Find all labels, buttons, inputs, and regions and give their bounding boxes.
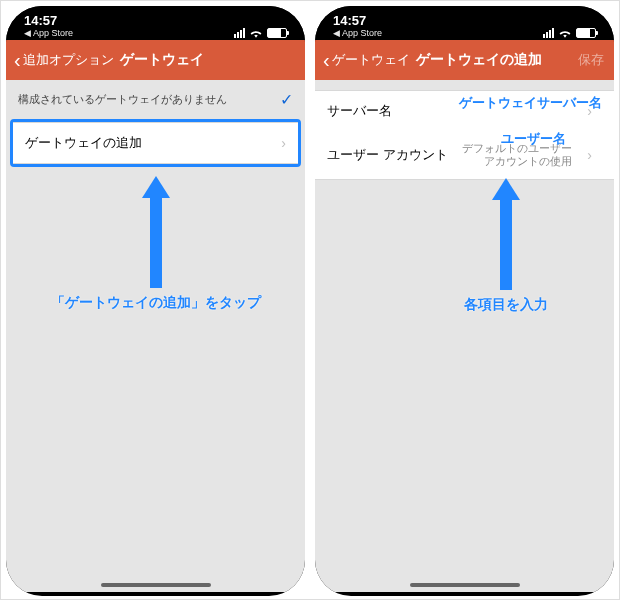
arrow-head-icon	[492, 178, 520, 200]
callout-text: 各項目を入力	[464, 296, 548, 314]
arrow-head-icon	[142, 176, 170, 198]
status-time: 14:57	[333, 13, 382, 28]
check-icon: ✓	[280, 90, 293, 109]
chevron-left-icon: ‹	[323, 49, 330, 72]
nav-save-button[interactable]: 保存	[578, 51, 604, 69]
callout-text: 「ゲートウェイの追加」をタップ	[51, 294, 261, 312]
chevron-right-icon: ›	[587, 147, 592, 163]
user-account-value-l2: アカウントの使用	[484, 155, 572, 168]
battery-icon	[267, 28, 287, 38]
nav-bar: ‹ 追加オプション ゲートウェイ	[6, 40, 305, 80]
notch	[86, 6, 226, 28]
status-time: 14:57	[24, 13, 73, 28]
arrow-stem	[150, 198, 162, 288]
phone-right: 14:57 ◀ App Store ‹ ゲートウェイ ゲートウェイの追加 保存 …	[315, 6, 614, 596]
add-gateway-row[interactable]: ゲートウェイの追加 ›	[13, 122, 298, 164]
user-account-label: ユーザー アカウント	[327, 146, 448, 164]
add-gateway-label: ゲートウェイの追加	[25, 134, 142, 152]
chevron-right-icon: ›	[281, 135, 286, 151]
home-indicator[interactable]	[410, 583, 520, 587]
nav-back-label: 追加オプション	[23, 51, 114, 69]
notch	[395, 6, 535, 28]
server-name-label: サーバー名	[327, 102, 392, 120]
status-back-app[interactable]: ◀ App Store	[333, 28, 382, 38]
nav-back-label: ゲートウェイ	[332, 51, 410, 69]
user-account-row[interactable]: ユーザー アカウント デフォルトのユーザー アカウントの使用 ›	[315, 131, 614, 180]
signal-icon	[234, 28, 245, 38]
content-area: 構成されているゲートウェイがありません ✓ ゲートウェイの追加 › 「ゲートウェ…	[6, 80, 305, 592]
phone-left: 14:57 ◀ App Store ‹ 追加オプション ゲートウェイ 構成されて…	[6, 6, 305, 596]
highlight-add-gateway: ゲートウェイの追加 ›	[10, 119, 301, 167]
nav-back-button[interactable]: ‹ 追加オプション	[14, 49, 114, 72]
callout-arrow: 「ゲートウェイの追加」をタップ	[51, 176, 261, 312]
nav-title: ゲートウェイの追加	[416, 51, 542, 69]
home-indicator[interactable]	[101, 583, 211, 587]
status-back-app[interactable]: ◀ App Store	[24, 28, 73, 38]
chevron-left-icon: ‹	[14, 49, 21, 72]
callout-arrow: 各項目を入力	[464, 178, 548, 314]
signal-icon	[543, 28, 554, 38]
wifi-icon	[249, 28, 263, 38]
overlay-server-hint: ゲートウェイサーバー名	[459, 94, 602, 112]
nav-back-button[interactable]: ‹ ゲートウェイ	[323, 49, 410, 72]
arrow-stem	[500, 200, 512, 290]
battery-icon	[576, 28, 596, 38]
nav-title: ゲートウェイ	[120, 51, 204, 69]
empty-note-text: 構成されているゲートウェイがありません	[18, 92, 227, 107]
wifi-icon	[558, 28, 572, 38]
overlay-user-hint: ユーザー名	[501, 130, 566, 148]
nav-bar: ‹ ゲートウェイ ゲートウェイの追加 保存	[315, 40, 614, 80]
empty-note: 構成されているゲートウェイがありません ✓	[6, 80, 305, 119]
content-area: サーバー名 › ユーザー アカウント デフォルトのユーザー アカウントの使用 ›…	[315, 80, 614, 592]
